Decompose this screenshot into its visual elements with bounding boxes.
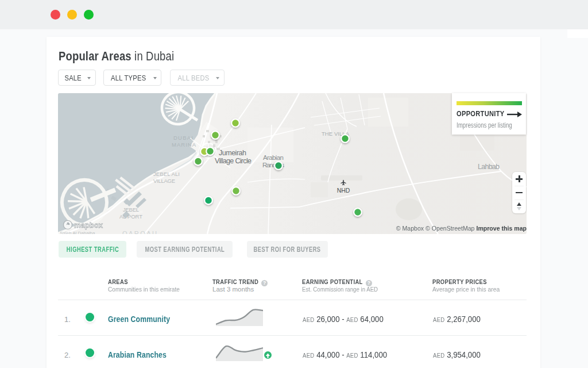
svg-text:Lahbab: Lahbab (478, 163, 500, 171)
svg-text:JEBEL ALI: JEBEL ALI (153, 171, 180, 177)
svg-text:Jumeirah: Jumeirah (219, 149, 246, 157)
svg-text:JEBEL: JEBEL (123, 206, 139, 213)
svg-text:Saleh Al Dahaiba: Saleh Al Dahaiba (60, 231, 95, 234)
svg-text:QARQAU: QARQAU (122, 230, 158, 235)
svg-text:AL PORT: AL PORT (119, 213, 142, 220)
svg-text:VILLAGE: VILLAGE (153, 178, 175, 184)
svg-text:MARINA: MARINA (172, 141, 196, 148)
svg-text:DUBAI: DUBAI (173, 135, 193, 141)
svg-text:Arabian: Arabian (263, 154, 284, 161)
svg-text:Village Circle: Village Circle (215, 157, 252, 165)
svg-text:NHD: NHD (337, 187, 350, 194)
svg-text:mapbox: mapbox (74, 221, 103, 229)
